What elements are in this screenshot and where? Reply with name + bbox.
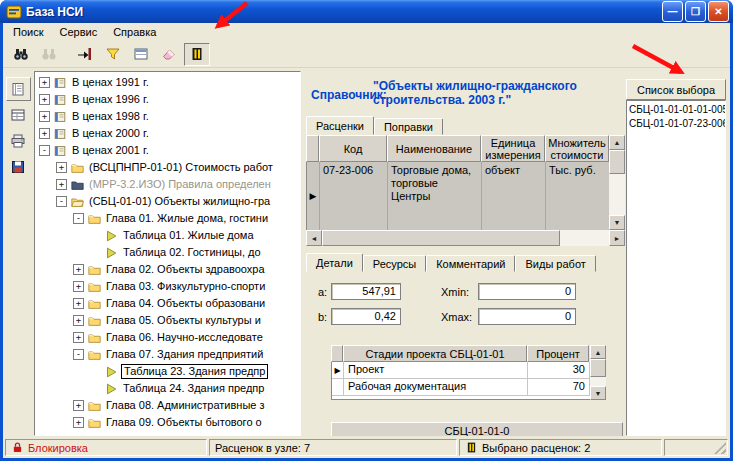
scroll-down-button[interactable]: ▼ — [590, 386, 606, 400]
filter-button[interactable] — [100, 43, 126, 66]
export-button[interactable] — [6, 155, 31, 179]
scroll-track[interactable] — [609, 150, 625, 215]
view-mode-button[interactable] — [128, 43, 154, 66]
scroll-thumb[interactable] — [590, 359, 606, 377]
expand-icon[interactable]: + — [39, 94, 50, 105]
print-button[interactable] — [6, 129, 31, 153]
tree-item[interactable]: +В ценах 1996 г. — [35, 91, 300, 108]
notebook-button[interactable] — [6, 77, 31, 101]
scroll-thumb[interactable] — [322, 230, 560, 246]
tree-item[interactable]: Таблица 01. Жилые дома — [35, 227, 300, 244]
scroll-right-button[interactable]: ► — [609, 230, 625, 246]
detail-tab-0[interactable]: Детали — [306, 253, 363, 272]
expand-icon[interactable]: + — [73, 400, 84, 411]
tree-item[interactable]: +Глава 02. Объекты здравоохра — [35, 261, 300, 278]
a-input[interactable]: 547,91 — [331, 283, 401, 300]
tree-item[interactable]: +Глава 04. Объекты образовани — [35, 295, 300, 312]
scroll-track[interactable] — [322, 230, 609, 246]
tree-item[interactable]: +Глава 05. Объекты культуры и — [35, 312, 300, 329]
expand-icon[interactable]: + — [56, 179, 67, 190]
expand-icon[interactable]: + — [39, 128, 50, 139]
minimize-button[interactable]: — — [662, 1, 683, 22]
collapse-icon[interactable]: - — [56, 196, 67, 207]
find-disabled-icon — [41, 46, 57, 62]
lock-label: Блокировка — [28, 442, 88, 454]
expand-icon[interactable]: + — [73, 315, 84, 326]
xmin-input[interactable]: 0 — [478, 283, 576, 300]
find-button[interactable] — [8, 43, 34, 66]
tree-item[interactable]: +Глава 09. Объекты бытового о — [35, 414, 300, 431]
tree-item[interactable]: +В ценах 2000 г. — [35, 125, 300, 142]
detail-tab-3[interactable]: Виды работ — [515, 255, 595, 272]
expand-icon[interactable]: + — [73, 264, 84, 275]
selection-list-header[interactable]: Список выбора — [626, 79, 726, 100]
table-row[interactable]: ▶Проект30 — [332, 362, 590, 379]
stages-grid: Стадии проекта СБЦ-01-01Процент ▶Проект3… — [331, 345, 606, 400]
goto-node-button[interactable] — [72, 43, 98, 66]
rates-tab-0[interactable]: Расценки — [306, 116, 374, 135]
stages-scrollbar[interactable]: ▲ ▼ — [590, 345, 606, 400]
menu-item-1[interactable]: Сервис — [51, 24, 105, 40]
tree-item[interactable]: -(СБЦ-01-01) Объекты жилищно-гра — [35, 193, 300, 210]
menu-item-2[interactable]: Справка — [105, 24, 164, 40]
maximize-button[interactable]: ❐ — [685, 1, 706, 22]
tree-item[interactable]: +В ценах 1998 г. — [35, 108, 300, 125]
grid-horizontal-scrollbar[interactable]: ◄ ► — [306, 230, 625, 246]
expand-icon[interactable]: + — [73, 298, 84, 309]
table-view-button[interactable] — [6, 103, 31, 127]
resize-grip[interactable] — [714, 442, 726, 454]
scroll-up-button[interactable]: ▲ — [590, 345, 606, 359]
stages-header: Стадии проекта СБЦ-01-01Процент — [331, 345, 590, 362]
collapse-icon[interactable]: - — [39, 145, 50, 156]
tree-item[interactable]: Таблица 02. Гостиницы, до — [35, 244, 300, 261]
collapse-icon[interactable]: - — [73, 349, 84, 360]
list-item[interactable]: СБЦ-01-01-01-01-005 — [627, 103, 725, 117]
table-row[interactable]: Рабочая документация70 — [332, 379, 590, 396]
grid-header: КодНаименованиеЕдиница измеренияМножител… — [306, 135, 609, 162]
tree-item-label: Глава 05. Объекты культуры и — [104, 314, 263, 327]
table-node-icon — [104, 229, 118, 243]
book-icon — [53, 127, 67, 141]
scroll-down-button[interactable]: ▼ — [609, 215, 625, 230]
scroll-left-button[interactable]: ◄ — [306, 230, 322, 246]
b-input[interactable]: 0,42 — [331, 308, 401, 325]
tree-item[interactable]: -Глава 07. Здания предприятий — [35, 346, 300, 363]
expand-icon[interactable]: + — [56, 162, 67, 173]
scroll-track[interactable] — [590, 359, 606, 386]
tree-item[interactable]: +Глава 03. Физкультурно-спорти — [35, 278, 300, 295]
rates-grid: КодНаименованиеЕдиница измеренияМножител… — [306, 135, 625, 246]
expand-icon[interactable]: + — [73, 281, 84, 292]
detail-tab-2[interactable]: Комментарий — [426, 255, 515, 272]
tree-item[interactable]: +Глава 08. Административные з — [35, 397, 300, 414]
xmax-input[interactable]: 0 — [478, 308, 576, 325]
expand-icon[interactable]: + — [39, 111, 50, 122]
app-icon — [6, 4, 22, 20]
expand-icon[interactable]: + — [39, 77, 50, 88]
grid-vertical-scrollbar[interactable]: ▲ ▼ — [609, 135, 625, 230]
tree-item[interactable]: +Глава 06. Научно-исследовате — [35, 329, 300, 346]
tree-item[interactable]: +(ВСЦПНПР-01-01) Стоимость работ — [35, 159, 300, 176]
rates-tab-1[interactable]: Поправки — [374, 118, 443, 135]
find-results-button[interactable] — [36, 43, 62, 66]
clear-button[interactable] — [156, 43, 182, 66]
close-button[interactable]: ✕ — [708, 1, 729, 22]
expand-icon[interactable]: + — [73, 417, 84, 428]
tree-item[interactable]: +(МРР-3.2.ИЗО) Правила определен — [35, 176, 300, 193]
selection-list-button[interactable] — [184, 43, 210, 66]
list-item[interactable]: СБЦ-01-01-07-23-006 — [627, 117, 725, 131]
collapse-icon[interactable]: - — [73, 213, 84, 224]
menu-item-0[interactable]: Поиск — [5, 24, 51, 40]
export-icon — [10, 159, 26, 175]
book-icon — [53, 76, 67, 90]
tree-item[interactable]: Таблица 24. Здания предпр — [35, 380, 300, 397]
scroll-thumb[interactable] — [609, 150, 625, 174]
tree-item[interactable]: -В ценах 2001 г. — [35, 142, 300, 159]
detail-tab-1[interactable]: Ресурсы — [363, 255, 426, 272]
expand-icon[interactable]: + — [73, 332, 84, 343]
tree-item[interactable]: Таблица 23. Здания предпр — [35, 363, 300, 380]
tree-item-label: Таблица 24. Здания предпр — [121, 382, 266, 395]
scroll-up-button[interactable]: ▲ — [609, 135, 625, 150]
table-row[interactable]: ▶07-23-006Торговые дома, торговые Центры… — [307, 162, 609, 230]
tree-item[interactable]: -Глава 01. Жилые дома, гостини — [35, 210, 300, 227]
tree-item[interactable]: +В ценах 1991 г. — [35, 74, 300, 91]
